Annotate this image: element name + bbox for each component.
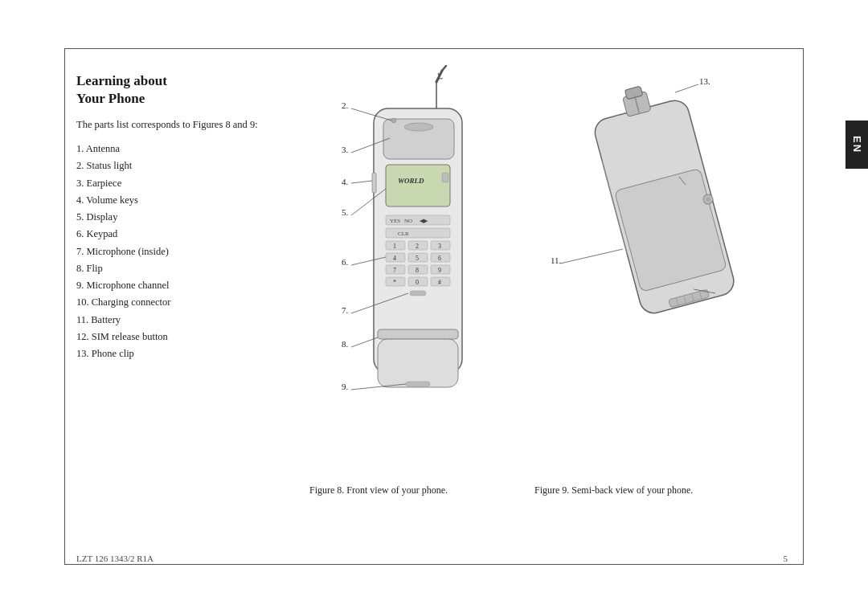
list-item: 3. Earpiece xyxy=(76,175,334,192)
svg-text:NO: NO xyxy=(404,218,412,224)
en-tab: EN xyxy=(845,121,868,169)
svg-text:2.: 2. xyxy=(342,100,349,110)
svg-text:8: 8 xyxy=(416,267,419,274)
phone-back-svg: 13. 12. 11. 10. xyxy=(542,64,784,337)
list-item: 10. Charging connector xyxy=(76,294,334,311)
list-item: 12. SIM release button xyxy=(76,329,334,345)
list-item: 6. Keypad xyxy=(76,226,334,243)
list-item: 13. Phone clip xyxy=(76,345,334,362)
footer-right: 5 xyxy=(784,554,788,563)
svg-text:#: # xyxy=(438,279,441,286)
list-item: 2. Status light xyxy=(76,157,334,174)
svg-text:3.: 3. xyxy=(342,145,349,154)
svg-text:8.: 8. xyxy=(342,339,349,349)
list-item: 5. Display xyxy=(76,209,334,226)
footer-left: LZT 126 1343/2 R1A xyxy=(76,554,154,563)
phone-front-diagram: 1. 2. 3. 4. 5. 6. 7. 8. 9. xyxy=(317,56,526,413)
svg-text:7: 7 xyxy=(393,267,396,274)
svg-line-57 xyxy=(351,181,372,183)
svg-rect-53 xyxy=(406,382,430,386)
svg-point-15 xyxy=(391,118,396,123)
svg-text:6.: 6. xyxy=(342,257,349,267)
svg-text:WORLD: WORLD xyxy=(398,177,424,185)
list-item: 8. Flip xyxy=(76,260,334,277)
list-item: 7. Microphone (inside) xyxy=(76,243,334,260)
list-item: 11. Battery xyxy=(76,312,334,329)
svg-rect-18 xyxy=(442,173,448,182)
svg-text:4.: 4. xyxy=(342,177,349,186)
svg-text:13.: 13. xyxy=(699,76,710,86)
list-item: 1. Antenna xyxy=(76,141,334,157)
svg-rect-50 xyxy=(410,291,426,296)
border-top xyxy=(64,48,804,49)
svg-rect-24 xyxy=(386,228,450,238)
svg-text:11.: 11. xyxy=(551,255,562,265)
svg-rect-19 xyxy=(372,173,376,193)
main-content: Learning about Your Phone The parts list… xyxy=(76,56,788,557)
border-right xyxy=(803,48,804,565)
en-label: EN xyxy=(851,136,863,153)
svg-text:9: 9 xyxy=(438,267,441,274)
svg-rect-16 xyxy=(386,165,450,206)
svg-text:5: 5 xyxy=(416,255,419,262)
phone-front-svg: 1. 2. 3. 4. 5. 6. 7. 8. 9. xyxy=(317,64,494,410)
border-left xyxy=(64,48,65,565)
svg-text:YES: YES xyxy=(390,218,400,224)
list-item: 4. Volume keys xyxy=(76,192,334,209)
svg-text:0: 0 xyxy=(416,279,419,286)
border-bottom xyxy=(64,564,804,565)
svg-line-82 xyxy=(560,249,623,264)
svg-text:5.: 5. xyxy=(342,207,349,217)
page-title: Learning about Your Phone xyxy=(76,72,334,108)
svg-text:*: * xyxy=(393,279,396,286)
svg-text:2: 2 xyxy=(416,243,419,250)
list-item: 9. Microphone channel xyxy=(76,277,334,294)
caption-back: Figure 9. Semi-back view of your phone. xyxy=(534,484,693,497)
footer: LZT 126 1343/2 R1A 5 xyxy=(76,554,788,563)
phone-back-diagram: 13. 12. 11. 10. xyxy=(542,56,800,341)
svg-text:◀▶: ◀▶ xyxy=(420,218,428,224)
svg-rect-68 xyxy=(614,168,727,292)
svg-line-80 xyxy=(675,84,698,92)
caption-front: Figure 8. Front view of your phone. xyxy=(309,484,448,497)
svg-text:6: 6 xyxy=(438,255,441,262)
svg-text:7.: 7. xyxy=(342,305,349,315)
svg-text:4: 4 xyxy=(393,255,396,262)
svg-text:3: 3 xyxy=(438,243,441,250)
svg-rect-52 xyxy=(378,339,458,387)
svg-text:9.: 9. xyxy=(342,382,349,391)
svg-point-14 xyxy=(404,123,433,131)
left-column: Learning about Your Phone The parts list… xyxy=(76,72,334,362)
parts-list: 1. Antenna2. Status light3. Earpiece4. V… xyxy=(76,141,334,362)
svg-rect-51 xyxy=(378,329,458,339)
intro-text: The parts list corresponds to Figures 8 … xyxy=(76,119,334,131)
svg-line-11 xyxy=(442,66,446,71)
svg-text:1: 1 xyxy=(393,243,396,250)
svg-text:CLR: CLR xyxy=(398,231,409,237)
